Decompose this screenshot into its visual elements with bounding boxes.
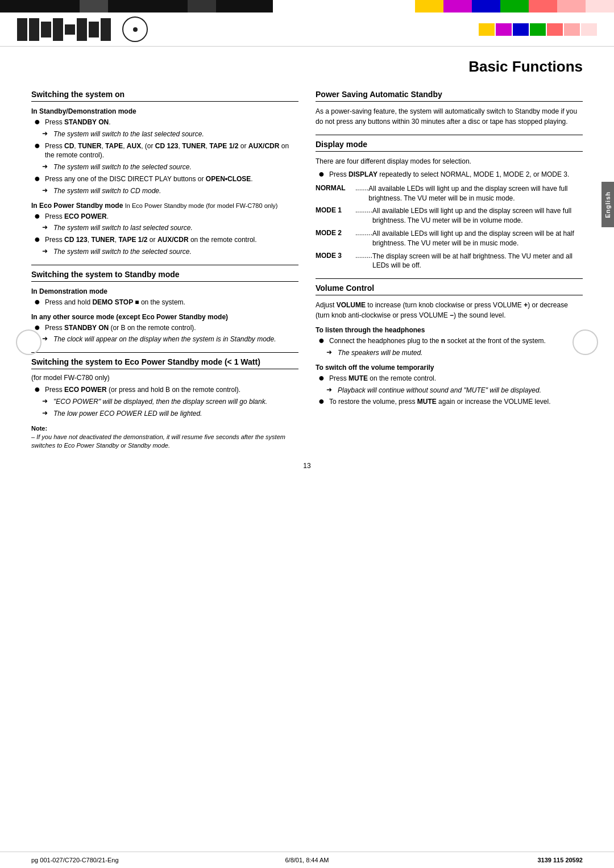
bullet-dot-restore: ● [318, 396, 326, 406]
mode-3-text: The display screen will be at half brigh… [372, 252, 583, 271]
mode-1: MODE 1 ......... All available LEDs will… [316, 206, 583, 226]
bullet-dot-4: ● [34, 211, 42, 221]
bullet-text-eco-main: Press ECO POWER (or press and hold B on … [45, 385, 298, 395]
mode-1-label: MODE 1 [316, 206, 355, 214]
top-color-bar [0, 0, 614, 12]
arrow-icon-6: ➜ [42, 335, 51, 343]
bar-4 [53, 18, 63, 41]
bullet-text-disc-direct: Press any one of the DISC DIRECT PLAY bu… [45, 174, 298, 184]
bullet-text-eco-cd: Press CD 123, TUNER, TAPE 1/2 or AUX/CDR… [45, 235, 298, 245]
arrow-icon-mute: ➜ [326, 386, 335, 394]
arrow-standby-b: ➜ The clock will appear on the display w… [31, 335, 298, 344]
swatch-green [530, 23, 546, 36]
bottom-center-text: 6/8/01, 8:44 AM [215, 857, 399, 863]
bullet-restore-volume: ● To restore the volume, press MUTE agai… [316, 397, 583, 407]
arrow-icon-4: ➜ [42, 223, 51, 231]
bullet-headphones: ● Connect the headphones plug to the n s… [316, 336, 583, 346]
arrow-icon-3: ➜ [42, 186, 51, 194]
bar-2 [29, 18, 39, 41]
arrow-eco-main-2: ➜ The low power ECO POWER LED will be li… [31, 409, 298, 419]
subheader-mute: To switch off the volume temporarily [316, 364, 583, 372]
bar-black2 [108, 0, 188, 12]
bullet-dot-1: ● [34, 116, 42, 127]
section-switching-on-header: Switching the system on [31, 90, 298, 102]
display-mode-intro: There are four different display modes f… [316, 156, 583, 166]
mode-normal-label: NORMAL [316, 184, 355, 192]
page-title: Basic Functions [31, 58, 583, 78]
subheader-other-source: In any other source mode (except Eco Pow… [31, 313, 298, 321]
subheader-demo-mode: In Demonstration mode [31, 287, 298, 295]
bar-yellow [415, 0, 443, 12]
bullet-text-demo-stop: Press and hold DEMO STOP ■ on the system… [45, 298, 298, 307]
swatch-pink [564, 23, 580, 36]
divider-4 [316, 278, 583, 279]
arrow-text-4: The system will switch to last selected … [53, 223, 298, 233]
divider-3 [316, 135, 583, 135]
bar-6 [77, 18, 87, 41]
arrow-icon-1: ➜ [42, 130, 51, 137]
bullet-text-hp: Connect the headphones plug to the n soc… [329, 336, 583, 346]
bar-black1 [0, 0, 80, 12]
swatch-magenta [496, 23, 512, 36]
language-tab: English [601, 182, 614, 227]
bar-blue [472, 0, 500, 12]
arrow-text-5: The system will switch to the selected s… [53, 247, 298, 257]
bar-magenta [443, 0, 472, 12]
divider-2 [31, 352, 298, 353]
bottom-left-text: pg 001-027/C720-C780/21-Eng [31, 857, 215, 863]
bullet-dot-5: ● [34, 234, 42, 244]
mode-1-dots: ......... [355, 206, 372, 214]
swatch-yellow [479, 23, 495, 36]
bullet-dot-2: ● [34, 140, 42, 151]
bottom-right-text: 3139 115 20592 [399, 857, 583, 863]
bullet-dot-mute: ● [318, 373, 326, 383]
note-section: Note: – If you have not deactivated the … [31, 424, 298, 450]
mode-3: MODE 3 ......... The display screen will… [316, 252, 583, 271]
bullet-dot-display: ● [318, 169, 326, 179]
right-column: Power Saving Automatic Standby As a powe… [316, 90, 583, 450]
bullet-eco-power-main: ● Press ECO POWER (or press and hold B o… [31, 385, 298, 395]
arrow-cd-tuner: ➜ The system will switch to the selected… [31, 162, 298, 172]
note-text: – If you have not deactivated the demons… [31, 433, 285, 449]
arrow-icon-5: ➜ [42, 247, 51, 255]
arrow-eco-1: ➜ The system will switch to last selecte… [31, 223, 298, 233]
mode-normal-dots: ....... [355, 184, 368, 192]
arrow-eco-main-1: ➜ "ECO POWER" will be displayed, then th… [31, 397, 298, 407]
arrow-mute: ➜ Playback will continue without sound a… [316, 386, 583, 395]
power-saving-text: As a power-saving feature, the system wi… [316, 106, 583, 127]
arrow-icon-hp: ➜ [326, 348, 335, 356]
note-label: Note: [31, 425, 47, 432]
bottom-bar: pg 001-027/C720-C780/21-Eng 6/8/01, 8:44… [0, 852, 614, 868]
bullet-dot-6: ● [34, 297, 42, 307]
arrow-text-mute: Playback will continue without sound and… [338, 386, 583, 395]
arrow-disc-direct: ➜ The system will switch to CD mode. [31, 186, 298, 196]
arrow-headphones: ➜ The speakers will be muted. [316, 348, 583, 358]
bullet-text-display: Press DISPLAY repeatedly to select NORMA… [329, 170, 583, 180]
display-modes-table: NORMAL ....... All available LEDs will l… [316, 184, 583, 270]
bullet-dot-8: ● [34, 384, 42, 394]
section-display-mode-header: Display mode [316, 140, 583, 152]
arrow-standby-on: ➜ The system will switch to the last sel… [31, 130, 298, 139]
arrow-text-3: The system will switch to CD mode. [53, 186, 298, 196]
swatch-lightpink [581, 23, 597, 36]
bar-pink [557, 0, 586, 12]
arrow-text-hp: The speakers will be muted. [338, 348, 583, 358]
bullet-disc-direct: ● Press any one of the DISC DIRECT PLAY … [31, 174, 298, 184]
language-label: English [604, 191, 611, 218]
arrow-text-6: The clock will appear on the display whe… [53, 335, 298, 344]
bullet-text-standby-on: Press STANDBY ON. [45, 118, 298, 127]
bar-dark2 [188, 0, 216, 12]
bar-lightpink [586, 0, 614, 12]
bottom-date: 6/8/01, 8:44 AM [285, 857, 329, 863]
bar-green [500, 0, 529, 12]
left-bars [17, 18, 111, 41]
bullet-text-standby-on-b: Press STANDBY ON (or B on the remote con… [45, 323, 298, 333]
arrow-text-7: "ECO POWER" will be displayed, then the … [53, 397, 298, 407]
mode-2-dots: ......... [355, 229, 372, 237]
bullet-dot-hp: ● [318, 335, 326, 345]
left-column: Switching the system on In Standby/Demon… [31, 90, 298, 450]
left-circle-decoration [16, 329, 42, 355]
bullet-eco-cd: ● Press CD 123, TUNER, TAPE 1/2 or AUX/C… [31, 235, 298, 245]
top-decoration [0, 12, 614, 47]
bullet-mute: ● Press MUTE on the remote control. [316, 374, 583, 383]
